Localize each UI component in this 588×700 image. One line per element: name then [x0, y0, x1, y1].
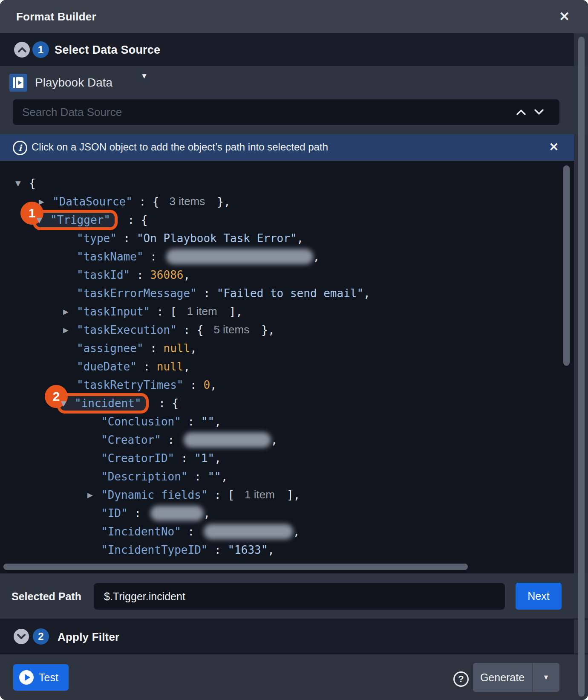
- json-line-CreatorID[interactable]: "CreatorID" : "1",: [0, 449, 574, 467]
- json-value: null: [157, 360, 184, 373]
- close-icon[interactable]: ✕: [559, 9, 570, 24]
- json-line-taskExecution[interactable]: ▶"taskExecution" : {5 items},: [0, 321, 574, 339]
- redacted-value: [184, 432, 271, 448]
- json-line-taskErrorMessage[interactable]: "taskErrorMessage" : "Failed to send ema…: [0, 284, 574, 302]
- json-value: "Failed to send email": [217, 287, 363, 300]
- horizontal-scrollbar[interactable]: [3, 564, 468, 570]
- selected-path-input[interactable]: [94, 583, 505, 610]
- next-button[interactable]: Next: [516, 583, 562, 610]
- json-value: "": [208, 470, 221, 483]
- json-line-IncidentNo[interactable]: "IncidentNo" : ,: [0, 522, 574, 541]
- json-line-dueDate[interactable]: "dueDate" : null,: [0, 357, 574, 376]
- info-banner: i Click on a JSON object to add the obje…: [0, 134, 574, 161]
- json-key: "taskRetryTimes": [77, 379, 183, 391]
- dropdown-caret-icon[interactable]: ▼: [141, 72, 148, 81]
- json-line-Creator[interactable]: "Creator" : ,: [0, 431, 574, 449]
- json-key: "taskId": [77, 269, 130, 281]
- collapsed-count-label: 5 items: [213, 323, 249, 336]
- expand-triangle-icon[interactable]: ▶: [87, 490, 101, 500]
- json-value: "On Playbook Task Error": [137, 232, 297, 245]
- redacted-value: [166, 249, 313, 264]
- chevron-down-icon[interactable]: [534, 109, 544, 115]
- json-key: "Conclusion": [101, 415, 181, 428]
- collapsed-count-label: 3 items: [169, 195, 205, 208]
- json-line-taskInput[interactable]: ▶"taskInput" : [1 item],: [0, 302, 574, 321]
- json-value: "1": [194, 452, 214, 465]
- section-2-title: Apply Filter: [58, 631, 119, 644]
- chevron-up-icon: [18, 47, 26, 52]
- footer-bar: Test ? Generate ▼: [0, 654, 588, 700]
- expand-triangle-icon[interactable]: ▶: [39, 197, 52, 207]
- redacted-value: [150, 506, 204, 521]
- json-line-IncidentTypeID[interactable]: "IncidentTypeID" : "1633",: [0, 541, 574, 559]
- search-box: [13, 99, 559, 125]
- json-line-taskRetryTimes[interactable]: "taskRetryTimes" : 0,: [0, 376, 574, 394]
- json-key: "IncidentNo": [101, 525, 181, 538]
- generate-button-group: Generate ▼: [473, 663, 559, 692]
- json-line-ID[interactable]: "ID" : ,: [0, 504, 574, 522]
- selected-path-row: Selected Path Next: [0, 573, 588, 619]
- dialog-title: Format Builder: [16, 10, 96, 23]
- chevron-down-icon: [17, 634, 26, 639]
- data-source-selected-label: Playbook Data: [35, 76, 112, 90]
- json-key: "incident": [75, 397, 141, 410]
- section-1-title: Select Data Source: [55, 43, 160, 57]
- json-value: "1633": [228, 544, 268, 556]
- json-line-type[interactable]: "type" : "On Playbook Task Error",: [0, 229, 574, 247]
- chevron-up-icon[interactable]: [516, 109, 526, 115]
- step-1-badge: 1: [32, 41, 49, 58]
- json-vertical-scrollbar[interactable]: [563, 165, 570, 366]
- section-apply-filter-header: 2 Apply Filter: [0, 619, 574, 654]
- collapsed-count-label: 1 item: [187, 305, 217, 318]
- banner-close-icon[interactable]: ✕: [549, 140, 559, 154]
- json-line-taskId[interactable]: "taskId" : 36086,: [0, 266, 574, 284]
- json-key: "Trigger": [50, 214, 110, 226]
- json-value: 36086: [150, 269, 183, 281]
- help-icon[interactable]: ?: [453, 671, 469, 687]
- test-button[interactable]: Test: [13, 664, 69, 691]
- collapsed-count-label: 1 item: [245, 488, 275, 501]
- json-key: "ID": [101, 507, 128, 520]
- test-button-label: Test: [39, 671, 58, 684]
- expand-section-button[interactable]: [14, 629, 29, 644]
- collapse-triangle-icon[interactable]: ▼: [37, 215, 50, 225]
- selected-path-label: Selected Path: [12, 590, 81, 603]
- search-input[interactable]: [13, 99, 559, 125]
- data-source-dropdown[interactable]: Playbook Data: [9, 73, 112, 92]
- json-line-Dynamic fields[interactable]: ▶"Dynamic fields" : [1 item],: [0, 486, 574, 504]
- json-key: "IncidentTypeID": [101, 544, 208, 556]
- info-banner-text: Click on a JSON object to add the object…: [32, 141, 328, 153]
- json-value: "": [201, 415, 214, 428]
- json-line-DataSource[interactable]: ▶"DataSource" : {3 items},: [0, 192, 574, 211]
- expand-triangle-icon[interactable]: ▶: [63, 325, 77, 335]
- json-key: "dueDate": [77, 360, 137, 373]
- generate-dropdown-icon[interactable]: ▼: [533, 663, 559, 692]
- json-line-incident[interactable]: 2▼"incident" : {: [0, 394, 574, 412]
- annotation-highlight-ring: 1▼"Trigger": [33, 210, 118, 230]
- json-key: "CreatorID": [101, 452, 174, 465]
- json-key: "DataSource": [52, 195, 133, 208]
- json-line-taskName[interactable]: "taskName" : ,: [0, 247, 574, 266]
- step-2-badge: 2: [33, 628, 49, 645]
- json-lines: ▼{▶"DataSource" : {3 items},1▼"Trigger" …: [0, 161, 574, 559]
- json-line-Trigger[interactable]: 1▼"Trigger" : {: [0, 211, 574, 229]
- annotation-highlight-ring: 2▼"incident": [57, 393, 149, 414]
- json-key: "taskExecution": [77, 324, 177, 336]
- section-select-data-source-header: 1 Select Data Source: [0, 33, 574, 66]
- json-value: 0: [203, 379, 210, 391]
- json-line-assignee[interactable]: "assignee" : null,: [0, 339, 574, 357]
- collapse-section-button[interactable]: [14, 42, 30, 58]
- dialog-vertical-scrollbar[interactable]: [578, 37, 585, 697]
- collapse-triangle-icon[interactable]: ▼: [61, 398, 75, 408]
- json-key: "assignee": [77, 342, 144, 355]
- json-value: null: [164, 342, 190, 355]
- collapse-triangle-icon[interactable]: ▼: [15, 178, 29, 188]
- json-line-Description[interactable]: "Description" : "",: [0, 467, 574, 486]
- json-line-Conclusion[interactable]: "Conclusion" : "",: [0, 412, 574, 431]
- generate-button[interactable]: Generate: [473, 663, 532, 692]
- playbook-icon: [9, 74, 27, 92]
- json-key: "taskName": [77, 250, 144, 263]
- json-line-root[interactable]: ▼{: [0, 174, 574, 192]
- expand-triangle-icon[interactable]: ▶: [63, 307, 77, 317]
- json-key: "type": [77, 232, 117, 245]
